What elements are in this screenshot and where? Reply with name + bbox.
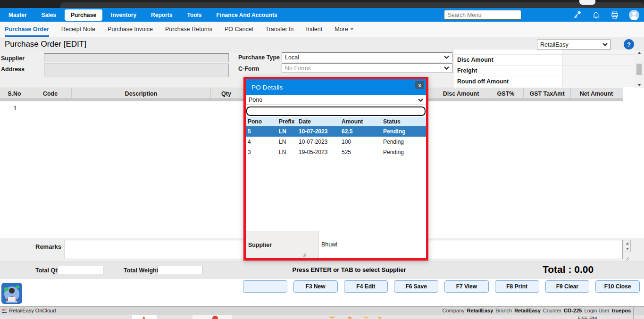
po-row[interactable]: 5 LN 10-07-2023 62.5 Pending	[246, 126, 426, 137]
clock-time: 5:55 PM	[569, 315, 606, 319]
po-supplier-value: Bhuwi	[319, 231, 426, 258]
menu-tools[interactable]: Tools	[181, 9, 208, 21]
po-cell-pono: 4	[246, 139, 279, 145]
col-disc-amount: Disc Amount	[434, 88, 488, 99]
support-chat-icon[interactable]	[1, 283, 22, 304]
charges-scrollbar[interactable]	[636, 50, 642, 88]
menu-inventory[interactable]: Inventory	[105, 9, 142, 21]
browser-tab-strip[interactable]	[60, 2, 644, 8]
f7-view-button[interactable]: F7 View	[444, 280, 489, 293]
total-weight-input[interactable]	[158, 266, 202, 274]
address-field[interactable]	[44, 64, 229, 77]
tab-more[interactable]: More	[335, 22, 353, 37]
chevron-down-icon	[350, 28, 354, 30]
menu-sales[interactable]: Sales	[35, 9, 62, 21]
cform-label: C-Form	[238, 65, 259, 72]
total-weight-label: Total Weight	[124, 267, 159, 274]
po-cell-prefix: LN	[279, 128, 299, 135]
po-filter-select[interactable]: Pono	[246, 95, 426, 105]
tab-transfer-in[interactable]: Transfer In	[265, 22, 293, 37]
tab-indent[interactable]: Indent	[306, 22, 322, 37]
scroll-down-icon[interactable]	[637, 84, 641, 86]
po-row[interactable]: 4 LN 10-07-2023 100 Pending	[246, 137, 426, 147]
tab-purchase-returns[interactable]: Purchase Returns	[165, 22, 212, 37]
charge-row-clipped	[454, 49, 635, 55]
f8-print-button[interactable]: F8 Print	[495, 280, 539, 293]
branch-label: Branch	[495, 308, 512, 313]
po-cell-prefix: LN	[279, 149, 299, 155]
round-off-amount-field[interactable]	[562, 76, 635, 87]
po-search-input[interactable]	[246, 106, 426, 116]
col-gst-pct: GST%	[488, 88, 524, 99]
f6-save-button[interactable]: F6 Save	[394, 280, 438, 293]
browser-chrome-strip	[0, 0, 644, 8]
po-cell-amount: 525	[342, 149, 383, 155]
toolbar-icons	[572, 8, 639, 22]
menu-master[interactable]: Master	[2, 9, 33, 21]
login-user-value: truepos	[612, 308, 631, 313]
tab-receipt-note[interactable]: Receipt Note	[61, 22, 95, 37]
status-divider	[633, 307, 634, 315]
chevron-down-icon	[444, 56, 449, 59]
po-col-prefix: Prefix	[279, 118, 299, 125]
remarks-spinner[interactable]	[624, 240, 631, 252]
scrollbar-thumb[interactable]	[636, 64, 642, 75]
browser-extension-pill[interactable]	[579, 0, 595, 5]
purchase-type-select[interactable]: Local	[282, 52, 452, 62]
po-filter-value: Pono	[249, 97, 262, 103]
chevron-down-icon	[444, 66, 449, 70]
counter-label: Counter	[543, 308, 561, 313]
f4-edit-button[interactable]: F4 Edit	[344, 280, 388, 293]
resize-handle-icon[interactable]: ///	[303, 253, 306, 258]
product-select[interactable]: RetailEasy	[537, 40, 611, 49]
tab-purchase-order[interactable]: Purchase Order	[5, 22, 49, 37]
menu-purchase[interactable]: Purchase	[65, 9, 102, 21]
close-icon[interactable]: x	[415, 81, 424, 89]
menu-reports[interactable]: Reports	[145, 9, 178, 21]
status-bar: VF RetailEasy OnCloud Company RetailEasy…	[0, 306, 644, 315]
charges-panel: Disc Amount Freight Round off Amount	[454, 49, 635, 88]
clipped-bottom-strip: 5:55 PM	[0, 315, 644, 319]
freight-field[interactable]	[562, 65, 635, 76]
paintbrush-icon[interactable]	[572, 10, 582, 20]
round-off-amount-label: Round off Amount	[454, 76, 562, 87]
tab-po-cancel[interactable]: PO Cancel	[225, 22, 253, 37]
retaileasy-app-window: Master Sales Purchase Inventory Reports …	[0, 0, 644, 319]
disc-amount-field[interactable]	[562, 55, 635, 65]
f10-close-button[interactable]: F10 Close	[595, 280, 640, 293]
po-col-status: Status	[383, 118, 426, 125]
po-cell-status: Pending	[383, 139, 426, 145]
tab-purchase-invoice[interactable]: Purchase Invoice	[108, 22, 153, 37]
company-label: Company	[443, 308, 465, 313]
cform-select[interactable]: No Forms	[282, 63, 452, 73]
spinner-down-icon[interactable]	[626, 248, 629, 250]
po-col-amount: Amount	[342, 118, 383, 125]
f9-clear-button[interactable]: F9 Clear	[545, 280, 590, 293]
po-cell-date: 19-05-2023	[299, 149, 342, 155]
taskbar-fragment	[192, 315, 232, 319]
total-qty-input[interactable]	[58, 266, 103, 274]
session-info: Company RetailEasy Branch RetailEasy Cou…	[443, 308, 631, 313]
supplier-field[interactable]	[44, 53, 229, 62]
chevron-down-icon	[418, 98, 423, 102]
supplier-select-hint: Press ENTER or TAB to select Supplier	[264, 266, 434, 273]
help-button[interactable]: ?	[624, 39, 634, 49]
menu-finance-and-accounts[interactable]: Finance And Accounts	[210, 9, 284, 21]
supplier-label: Supplier	[1, 55, 25, 62]
blank-button[interactable]	[243, 280, 287, 293]
page-title: Purchase Order [EDIT]	[5, 40, 86, 49]
bell-icon[interactable]	[591, 10, 601, 20]
charge-value-field[interactable]	[562, 49, 635, 54]
f3-new-button[interactable]: F3 New	[293, 280, 338, 293]
retaileasy-logo: VF	[2, 308, 7, 313]
col-net-amount: Net Amount	[571, 88, 622, 99]
spinner-up-icon[interactable]	[626, 242, 629, 245]
col-description: Description	[72, 88, 211, 99]
user-avatar[interactable]	[629, 10, 639, 20]
col-sno: S.No	[0, 88, 29, 99]
printer-icon[interactable]	[610, 10, 619, 20]
scroll-up-icon[interactable]	[637, 52, 641, 54]
search-menu-input[interactable]	[444, 10, 521, 20]
avatar-head	[632, 12, 636, 16]
po-row[interactable]: 3 LN 19-05-2023 525 Pending	[246, 147, 426, 157]
